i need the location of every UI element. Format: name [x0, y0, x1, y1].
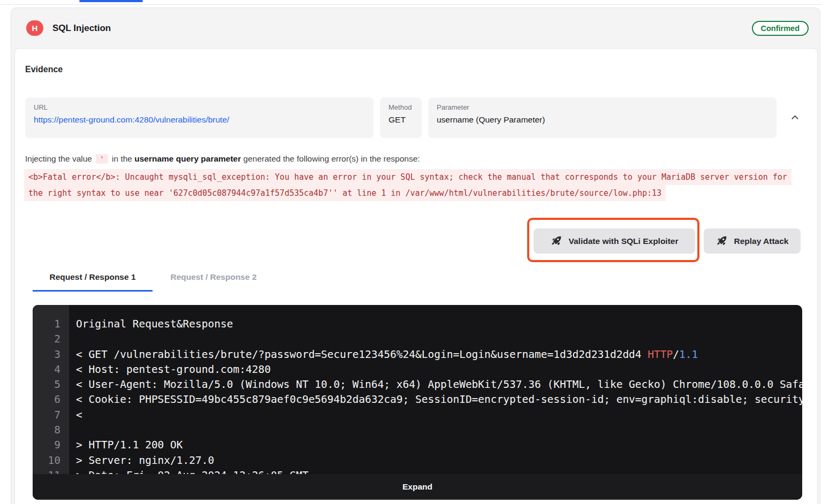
code-line: 2 [33, 332, 802, 347]
code-line: 7< [33, 408, 802, 423]
line-number: 1 [33, 317, 69, 332]
code-line-text [69, 423, 76, 438]
evidence-panel: Evidence URL https://pentest-ground.com:… [14, 48, 818, 504]
url-value[interactable]: https://pentest-ground.com:4280/vulnerab… [34, 115, 365, 125]
code-line: 3< GET /vulnerabilities/brute/?password=… [33, 347, 802, 362]
collapse-evidence-button[interactable] [787, 110, 802, 125]
chevron-up-icon [790, 113, 800, 122]
code-line: 8 [33, 423, 802, 438]
code-line-text: > HTTP/1.1 200 OK [69, 438, 183, 453]
line-number: 10 [33, 453, 69, 468]
code-line: 6< Cookie: PHPSESSID=49bc455c879aef0c9e5… [33, 392, 802, 407]
code-lines: 1Original Request&Response23< GET /vulne… [33, 317, 802, 483]
code-line-text: < Cookie: PHPSESSID=49bc455c879aef0c9e56… [69, 392, 802, 407]
injected-value-chip: ' [96, 154, 108, 164]
evidence-section-title: Evidence [25, 65, 63, 74]
replay-attack-label: Replay Attack [734, 236, 789, 246]
code-line-text: < Host: pentest-ground.com:4280 [69, 362, 271, 377]
finding-card: H SQL Injection Confirmed Evidence URL h… [11, 7, 820, 504]
injection-description: Injecting the value ' in the username qu… [25, 154, 420, 164]
error-evidence-text: <b>Fatal error</b>: Uncaught mysqli_sql_… [24, 169, 791, 185]
request-response-viewer: 1Original Request&Response23< GET /vulne… [33, 305, 802, 500]
error-evidence-line: <b>Fatal error</b>: Uncaught mysqli_sql_… [24, 169, 791, 185]
replay-attack-button[interactable]: Replay Attack [704, 228, 801, 254]
description-middle: in the [112, 154, 132, 163]
line-number: 2 [33, 332, 69, 347]
line-number: 9 [33, 438, 69, 453]
finding-header: H SQL Injection Confirmed [11, 8, 820, 48]
tab-request-response-2[interactable]: Request / Response 2 [166, 271, 261, 292]
line-number: 6 [33, 392, 69, 407]
parameter-label: Parameter [437, 103, 768, 111]
error-evidence-text: the right syntax to use near '627c0d05c0… [24, 185, 666, 201]
url-box: URL https://pentest-ground.com:4280/vuln… [25, 97, 374, 138]
tab-request-response-1[interactable]: Request / Response 1 [33, 271, 153, 292]
code-line: 10> Server: nginx/1.27.0 [33, 453, 802, 468]
description-prefix: Injecting the value [25, 154, 92, 163]
active-tab-indicator [79, 0, 143, 2]
description-suffix: generated the following error(s) in the … [243, 154, 420, 163]
request-response-tabs: Request / Response 1 Request / Response … [33, 271, 261, 292]
method-label: Method [389, 103, 413, 111]
code-line-text: > Server: nginx/1.27.0 [69, 453, 214, 468]
line-number: 8 [33, 423, 69, 438]
code-line-text: Original Request&Response [69, 317, 233, 332]
code-line: 9> HTTP/1.1 200 OK [33, 438, 802, 453]
rocket-icon [716, 235, 727, 247]
parameter-box: Parameter username (Query Parameter) [428, 97, 777, 138]
code-line: 5< User-Agent: Mozilla/5.0 (Windows NT 1… [33, 377, 802, 392]
code-line-text: < [69, 408, 82, 423]
description-parameter: username query parameter [134, 154, 241, 163]
validate-sqli-label: Validate with SQLi Exploiter [569, 236, 679, 246]
severity-badge: H [26, 20, 43, 36]
error-evidence-line: the right syntax to use near '627c0d05c0… [24, 185, 666, 201]
line-number: 7 [33, 408, 69, 423]
status-badge: Confirmed [752, 21, 809, 36]
expand-button[interactable]: Expand [33, 474, 802, 500]
code-line-text [69, 332, 76, 347]
line-number: 4 [33, 362, 69, 377]
validate-sqli-button[interactable]: Validate with SQLi Exploiter [534, 228, 695, 254]
tab-bar-divider [0, 4, 822, 5]
rocket-icon [551, 235, 562, 247]
finding-title: SQL Injection [52, 23, 111, 34]
line-number: 5 [33, 377, 69, 392]
code-line: 4< Host: pentest-ground.com:4280 [33, 362, 802, 377]
code-line-text: < GET /vulnerabilities/brute/?password=S… [69, 347, 698, 362]
expand-label: Expand [402, 482, 432, 492]
url-label: URL [34, 103, 365, 111]
code-line-text: < User-Agent: Mozilla/5.0 (Windows NT 10… [69, 377, 802, 392]
code-line: 1Original Request&Response [33, 317, 802, 332]
method-box: Method GET [380, 97, 422, 138]
line-number: 3 [33, 347, 69, 362]
parameter-value: username (Query Parameter) [437, 115, 768, 125]
method-value: GET [389, 115, 413, 125]
